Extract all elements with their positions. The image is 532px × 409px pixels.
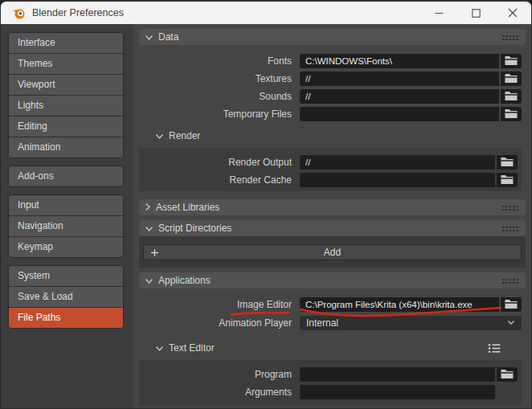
sidebar-item-viewport[interactable]: Viewport (9, 74, 123, 95)
blender-preferences-window: Blender Preferences Interface Themes Vie… (0, 0, 532, 409)
textures-path-input[interactable] (300, 72, 499, 86)
panel-header-asset-libraries[interactable]: Asset Libraries (139, 199, 526, 215)
animation-player-value: Internal (306, 317, 338, 329)
folder-browse-icon[interactable] (497, 155, 518, 170)
folder-browse-icon[interactable] (501, 89, 522, 104)
subpanel-title-render: Render (169, 130, 200, 141)
sounds-path-input[interactable] (300, 89, 499, 104)
sidebar-item-add-ons[interactable]: Add-ons (9, 166, 123, 186)
textures-row: Textures (139, 71, 522, 86)
folder-browse-icon[interactable] (501, 297, 522, 312)
chevron-down-icon (145, 221, 153, 235)
folder-browse-icon[interactable] (497, 173, 518, 187)
render-subpanel-content: Render Output Render Cache (139, 148, 522, 191)
sidebar-item-save-load[interactable]: Save & Load (9, 286, 123, 307)
render-output-row: Render Output (139, 154, 518, 170)
fonts-label: Fonts (139, 55, 300, 67)
sidebar-group-system: System Save & Load File Paths (8, 265, 124, 329)
render-output-path-input[interactable] (300, 155, 495, 170)
folder-browse-icon[interactable] (501, 54, 522, 68)
image-editor-path-input[interactable] (300, 297, 499, 312)
sidebar-item-themes[interactable]: Themes (9, 53, 123, 74)
arguments-input[interactable] (300, 385, 495, 399)
animation-player-row: Animation Player Internal (139, 315, 522, 330)
chevron-down-icon (145, 273, 153, 288)
sidebar-item-lights[interactable]: Lights (9, 95, 123, 116)
drag-grip-icon[interactable] (501, 35, 518, 40)
temporary-files-row: Temporary Files (139, 106, 522, 121)
sidebar-item-editing[interactable]: Editing (9, 116, 123, 137)
image-editor-label: Image Editor (139, 299, 300, 310)
fonts-path-input[interactable] (300, 54, 499, 68)
temporary-files-path-input[interactable] (300, 107, 499, 121)
drag-grip-icon[interactable] (501, 226, 518, 231)
preferences-sidebar: Interface Themes Viewport Lights Editing… (1, 24, 133, 409)
sidebar-group-interface: Interface Themes Viewport Lights Editing… (8, 32, 124, 158)
render-output-label: Render Output (139, 157, 300, 168)
chevron-down-icon (155, 129, 164, 143)
folder-browse-icon[interactable] (497, 367, 518, 382)
sidebar-group-input: Input Navigation Keymap (8, 194, 124, 258)
fonts-row: Fonts (139, 53, 522, 68)
image-editor-row: Image Editor (139, 297, 522, 312)
panel-title-script-directories: Script Directories (158, 223, 231, 234)
temporary-files-label: Temporary Files (139, 108, 300, 120)
program-row: Program (139, 366, 518, 382)
plus-icon (150, 248, 159, 257)
file-paths-panel-area: Data Fonts Textures (133, 24, 531, 409)
panel-header-applications[interactable]: Applications (139, 272, 526, 288)
data-panel-content: Fonts Textures (139, 45, 526, 194)
folder-browse-icon[interactable] (501, 107, 522, 121)
sounds-row: Sounds (139, 88, 522, 104)
folder-browse-icon[interactable] (501, 72, 522, 86)
textures-label: Textures (139, 73, 300, 84)
blender-logo-icon (11, 6, 26, 20)
text-editor-subpanel-content: Program Arguments (139, 360, 522, 406)
chevron-down-icon (507, 320, 515, 325)
list-options-icon[interactable] (488, 343, 501, 354)
sidebar-item-file-paths[interactable]: File Paths (9, 307, 123, 328)
sidebar-item-input[interactable]: Input (9, 195, 123, 215)
script-directories-content: Add (139, 236, 526, 268)
subpanel-header-render[interactable]: Render (155, 129, 522, 142)
panel-title-data: Data (158, 31, 178, 43)
panel-title-applications: Applications (158, 275, 211, 286)
render-cache-label: Render Cache (139, 174, 300, 186)
title-bar: Blender Preferences (1, 2, 531, 24)
add-button-label: Add (144, 247, 521, 258)
sidebar-item-system[interactable]: System (9, 266, 123, 286)
sidebar-item-navigation[interactable]: Navigation (9, 215, 123, 236)
arguments-row: Arguments (139, 384, 518, 399)
sidebar-group-addons: Add-ons (8, 166, 124, 187)
panel-header-data[interactable]: Data (139, 29, 526, 45)
drag-grip-icon[interactable] (501, 205, 518, 211)
render-cache-row: Render Cache (139, 172, 518, 187)
program-label: Program (139, 369, 300, 380)
panel-header-script-directories[interactable]: Script Directories (139, 220, 526, 236)
subpanel-header-text-editor[interactable]: Text Editor (155, 342, 501, 354)
close-button[interactable] (494, 2, 531, 24)
sounds-label: Sounds (139, 91, 300, 102)
sidebar-item-animation[interactable]: Animation (9, 137, 123, 157)
window-title: Blender Preferences (32, 7, 124, 18)
chevron-down-icon (145, 30, 153, 44)
subpanel-title-text-editor: Text Editor (169, 342, 215, 354)
panel-title-asset-libraries: Asset Libraries (156, 202, 219, 213)
animation-player-label: Animation Player (139, 317, 300, 329)
add-script-directory-button[interactable]: Add (143, 244, 522, 260)
chevron-down-icon (155, 341, 164, 355)
drag-grip-icon[interactable] (501, 278, 518, 284)
sidebar-item-interface[interactable]: Interface (9, 33, 123, 53)
render-cache-path-input[interactable] (300, 173, 495, 187)
animation-player-dropdown[interactable]: Internal (300, 316, 522, 330)
program-path-input[interactable] (300, 367, 495, 382)
maximize-button[interactable] (457, 2, 494, 24)
sidebar-item-keymap[interactable]: Keymap (9, 236, 123, 257)
chevron-right-icon (145, 200, 151, 215)
applications-panel-content: Image Editor Animation Player Internal (139, 288, 526, 406)
minimize-button[interactable] (420, 2, 457, 24)
arguments-label: Arguments (139, 387, 300, 398)
